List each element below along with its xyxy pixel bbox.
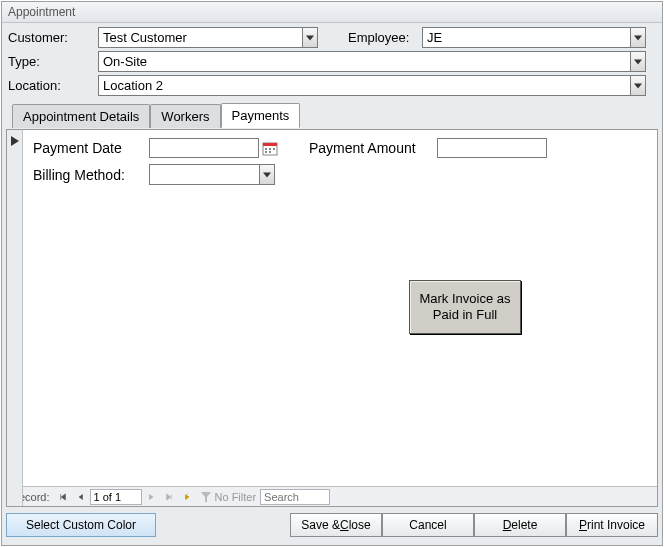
print-invoice-button[interactable]: Print Invoice <box>566 513 658 537</box>
payments-pane: Payment Date Payment Amount Billing Meth… <box>6 129 658 507</box>
nav-next-button[interactable] <box>142 488 160 506</box>
mark-paid-button[interactable]: Mark Invoice as Paid in Full <box>409 280 521 334</box>
location-label: Location: <box>8 78 98 93</box>
delete-button[interactable]: Delete <box>474 513 566 537</box>
payment-amount-input[interactable] <box>437 138 547 158</box>
type-label: Type: <box>8 54 98 69</box>
tab-strip: Appointment Details Workers Payments <box>8 102 656 127</box>
type-input[interactable] <box>98 51 630 72</box>
employee-input[interactable] <box>422 27 630 48</box>
mark-paid-line1: Mark Invoice as <box>419 291 510 306</box>
record-search-input[interactable] <box>260 489 330 505</box>
chevron-down-icon[interactable] <box>630 51 646 72</box>
window-title: Appointment <box>2 2 662 23</box>
payment-date-label: Payment Date <box>33 140 143 156</box>
chevron-down-icon[interactable] <box>259 164 275 185</box>
cancel-button[interactable]: Cancel <box>382 513 474 537</box>
select-custom-color-button[interactable]: Select Custom Color <box>6 513 156 537</box>
nav-last-button[interactable] <box>160 488 178 506</box>
payment-date-input[interactable] <box>149 138 259 158</box>
location-input[interactable] <box>98 75 630 96</box>
svg-rect-5 <box>265 151 267 153</box>
nav-first-button[interactable] <box>54 488 72 506</box>
mark-paid-line2: Paid in Full <box>433 307 497 322</box>
record-selector[interactable] <box>7 130 23 506</box>
location-combo[interactable] <box>98 75 646 96</box>
nav-prev-button[interactable] <box>72 488 90 506</box>
footer-button-bar: Select Custom Color Save & Close Cancel … <box>2 507 662 545</box>
payment-amount-label: Payment Amount <box>309 140 431 156</box>
no-filter-text: No Filter <box>215 491 257 503</box>
svg-rect-4 <box>273 148 275 150</box>
chevron-down-icon[interactable] <box>630 27 646 48</box>
customer-combo[interactable] <box>98 27 318 48</box>
filter-indicator[interactable]: No Filter <box>200 491 257 503</box>
tab-appointment-details[interactable]: Appointment Details <box>12 104 150 128</box>
header-form: Customer: Employee: Type: Location: <box>2 23 662 129</box>
record-navigator: Record: * No Filter <box>7 486 657 506</box>
billing-method-label: Billing Method: <box>33 167 143 183</box>
calendar-icon[interactable] <box>261 139 279 157</box>
svg-rect-3 <box>269 148 271 150</box>
employee-combo[interactable] <box>422 27 646 48</box>
tab-workers[interactable]: Workers <box>150 104 220 128</box>
record-position-input[interactable] <box>90 489 142 505</box>
svg-rect-6 <box>269 151 271 153</box>
chevron-down-icon[interactable] <box>302 27 318 48</box>
billing-method-combo[interactable] <box>149 164 275 185</box>
employee-label: Employee: <box>348 30 422 45</box>
nav-new-button[interactable]: * <box>178 488 196 506</box>
svg-rect-1 <box>263 143 277 146</box>
save-close-button[interactable]: Save & Close <box>290 513 382 537</box>
current-record-icon <box>10 136 20 146</box>
customer-input[interactable] <box>98 27 302 48</box>
svg-rect-2 <box>265 148 267 150</box>
funnel-icon <box>200 491 212 503</box>
chevron-down-icon[interactable] <box>630 75 646 96</box>
customer-label: Customer: <box>8 30 98 45</box>
billing-method-input[interactable] <box>149 164 259 185</box>
type-combo[interactable] <box>98 51 646 72</box>
tab-payments[interactable]: Payments <box>221 103 301 128</box>
